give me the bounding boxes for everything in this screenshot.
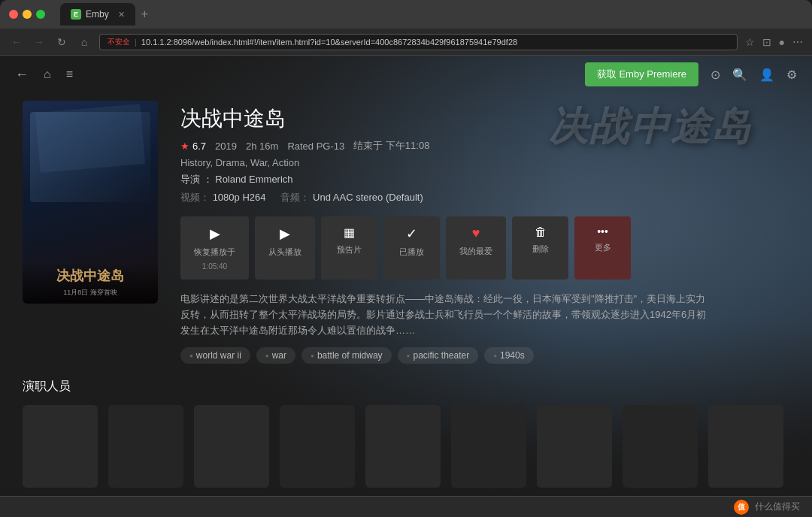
tag-1940s[interactable]: ● 1940s [484, 347, 534, 364]
traffic-lights [9, 10, 45, 19]
poster-date: 11月8日 海穿首映 [29, 288, 152, 298]
resume-btn[interactable]: ▶ 恢复播放于 1:05:40 [180, 216, 249, 280]
tab-bookmark-icon[interactable]: ⊡ [762, 36, 771, 48]
watermark: 值 什么值得买 [734, 500, 800, 515]
more-btn[interactable]: ••• 更多 [574, 216, 631, 280]
movie-title: 决战中途岛 [180, 104, 789, 133]
movie-ends: 结束于 下午11:08 [353, 139, 429, 153]
director-separator: ： [203, 174, 213, 185]
watched-icon: ✓ [406, 225, 417, 242]
star-icon: ★ [180, 141, 189, 152]
tag-label: pacific theater [413, 350, 469, 361]
address-actions: ☆ ⊡ ● ⋯ [745, 36, 803, 48]
cast-card[interactable] [537, 405, 612, 488]
search-icon[interactable]: 🔍 [732, 68, 747, 82]
video-label: 视频： [180, 192, 210, 203]
insecure-label: 不安全 [108, 37, 130, 47]
tag-label: war [272, 350, 286, 361]
bookmark-icon[interactable]: ☆ [745, 36, 755, 48]
poster-title: 决战中途岛 [29, 268, 152, 285]
close-window-btn[interactable] [9, 10, 18, 19]
movie-tags: ● world war ii ● war ● battle of midway … [180, 347, 789, 364]
cast-card[interactable] [623, 405, 698, 488]
tag-dot: ● [311, 352, 314, 359]
home-btn[interactable]: ⌂ [77, 36, 92, 48]
play-label: 从头播放 [268, 246, 301, 258]
cast-icon[interactable]: ⊙ [710, 68, 720, 82]
cast-card[interactable] [708, 405, 783, 488]
emby-home-btn[interactable]: ⌂ [44, 68, 51, 81]
profile-icon[interactable]: ● [779, 36, 785, 48]
audio-value: Und AAC stereo (Default) [313, 192, 423, 203]
rating-value: 6.7 [192, 141, 206, 152]
delete-btn[interactable]: 🗑 删除 [512, 216, 568, 280]
video-info: 视频： 1080p H264 [180, 191, 265, 204]
delete-label: 删除 [532, 243, 549, 255]
back-btn[interactable]: ← [9, 36, 24, 48]
trailer-icon: ▦ [344, 225, 355, 240]
audio-label: 音频： [280, 192, 310, 203]
watermark-text: 什么值得买 [755, 500, 800, 513]
heart-icon: ♥ [472, 225, 480, 241]
cast-card[interactable] [365, 405, 441, 488]
movie-year: 2019 [215, 141, 237, 152]
premiere-button[interactable]: 获取 Emby Premiere [585, 62, 698, 86]
audio-info: 音频： Und AAC stereo (Default) [280, 191, 423, 204]
cast-section: 演职人员 [0, 371, 812, 495]
title-bar: E Emby ✕ + [0, 0, 812, 29]
watermark-icon: 值 [734, 500, 749, 515]
movie-genres: History, Drama, War, Action [180, 157, 789, 168]
tag-label: world war ii [196, 350, 241, 361]
tag-midway[interactable]: ● battle of midway [301, 347, 392, 364]
delete-icon: 🗑 [535, 225, 547, 239]
movie-info: 决战中途岛 ★ 6.7 2019 2h 16m Rated PG-13 结束于 … [180, 101, 789, 364]
resume-icon: ▶ [210, 225, 220, 242]
cast-list [23, 405, 789, 488]
tag-dot: ● [189, 352, 193, 359]
movie-poster: 决战中途岛 11月8日 海穿首映 [23, 101, 158, 304]
trailer-btn[interactable]: ▦ 预告片 [321, 216, 377, 280]
movie-description: 电影讲述的是第二次世界大战太平洋战争重要转折点——中途岛海战：经此一役，日本海军… [180, 292, 707, 338]
emby-menu-btn[interactable]: ≡ [66, 68, 73, 81]
more-icon: ••• [597, 225, 608, 237]
more-options-icon[interactable]: ⋯ [792, 36, 803, 48]
favorite-label: 我的最爱 [459, 246, 492, 257]
cast-card[interactable] [451, 405, 526, 488]
bottom-bar: 值 什么值得买 [0, 496, 812, 517]
url-bar[interactable]: 不安全 | 10.1.1.2:8096/web/index.html#!/ite… [99, 34, 738, 50]
emby-back-btn[interactable]: ← [15, 67, 29, 83]
settings-icon[interactable]: ⚙ [786, 68, 797, 82]
resume-label: 恢复播放于 [194, 246, 235, 258]
address-bar: ← → ↻ ⌂ 不安全 | 10.1.1.2:8096/web/index.ht… [0, 29, 812, 56]
tab-close-btn[interactable]: ✕ [118, 10, 125, 20]
tag-label: 1940s [500, 350, 525, 361]
rating: ★ 6.7 [180, 141, 206, 152]
forward-btn[interactable]: → [32, 36, 47, 48]
active-tab[interactable]: E Emby ✕ [60, 3, 135, 26]
movie-duration: 2h 16m [246, 141, 278, 152]
emby-app: 决战中途岛 ← ⌂ ≡ 获取 Emby Premiere ⊙ 🔍 👤 ⚙ [0, 56, 812, 496]
play-from-start-btn[interactable]: ▶ 从头播放 [255, 216, 315, 280]
minimize-window-btn[interactable] [23, 10, 32, 19]
tab-favicon: E [71, 9, 81, 20]
tag-dot: ● [407, 352, 411, 359]
tag-dot: ● [493, 352, 497, 359]
header-actions: 获取 Emby Premiere ⊙ 🔍 👤 ⚙ [585, 62, 797, 86]
more-label: 更多 [595, 242, 611, 253]
cast-card[interactable] [280, 405, 355, 488]
reload-btn[interactable]: ↻ [54, 36, 69, 48]
tag-wwii[interactable]: ● world war ii [180, 347, 250, 364]
cast-card[interactable] [108, 405, 183, 488]
cast-card[interactable] [23, 405, 98, 488]
cast-card[interactable] [194, 405, 269, 488]
play-icon: ▶ [280, 225, 290, 242]
tag-pacific[interactable]: ● pacific theater [398, 347, 479, 364]
maximize-window-btn[interactable] [36, 10, 45, 19]
mark-watched-btn[interactable]: ✓ 已播放 [383, 216, 440, 280]
user-icon[interactable]: 👤 [759, 68, 774, 82]
tab-title: Emby [86, 9, 109, 20]
favorite-btn[interactable]: ♥ 我的最爱 [446, 216, 506, 280]
director-label: 导演 [180, 174, 200, 185]
tag-war[interactable]: ● war [256, 347, 295, 364]
new-tab-btn[interactable]: + [141, 8, 148, 21]
